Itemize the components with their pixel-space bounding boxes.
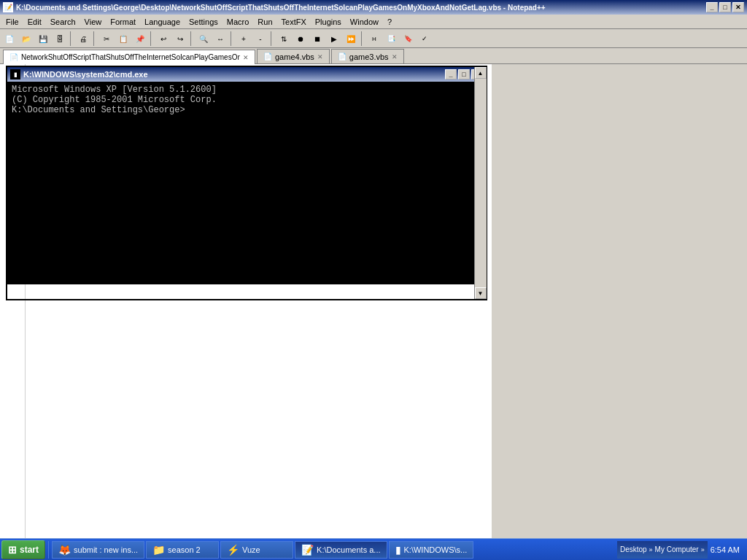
taskbar-firefox-label: submit : new ins... xyxy=(74,545,138,554)
toolbar-sep-5 xyxy=(231,31,233,46)
toolbar-sep-6 xyxy=(271,31,274,46)
toolbar-sep-1 xyxy=(70,31,73,46)
toolbar-sep-4 xyxy=(190,31,193,46)
tab-game4[interactable]: 📄 game4.vbs ✕ xyxy=(257,49,330,63)
toolbar-extra1[interactable]: 📑 xyxy=(383,31,399,47)
replace-button[interactable]: ↔ xyxy=(212,31,228,47)
macro-play-button[interactable]: ▶ xyxy=(326,31,342,47)
restore-button[interactable]: □ xyxy=(719,2,731,12)
editor-area: 1 2 set shellobj = CreateObject("WScript… xyxy=(0,64,747,538)
tab-icon-game4: 📄 xyxy=(263,52,272,61)
tab-close-game4[interactable]: ✕ xyxy=(317,53,323,61)
title-bar: 📝 K:\Documents and Settings\George\Deskt… xyxy=(0,0,747,15)
cmd-scroll-down-button[interactable]: ▼ xyxy=(475,287,487,299)
menu-view[interactable]: View xyxy=(80,16,107,28)
taskbar-vuze-button[interactable]: ⚡ Vuze xyxy=(220,541,293,559)
macro-record-button[interactable]: ⏺ xyxy=(293,31,309,47)
undo-button[interactable]: ↩ xyxy=(155,31,171,47)
taskbar-sep-1 xyxy=(48,541,49,559)
cmd-title-bar: ▮ K:\WINDOWS\system32\cmd.exe _ □ ✕ xyxy=(7,67,486,82)
cmd-scroll-up-button[interactable]: ▲ xyxy=(475,67,487,79)
menu-textfx[interactable]: TextFX xyxy=(277,16,311,28)
cmd-window[interactable]: ▮ K:\WINDOWS\system32\cmd.exe _ □ ✕ Micr… xyxy=(6,66,487,300)
taskbar-cmd-label: K:\WINDOWS\s... xyxy=(404,545,468,554)
taskbar-clock-area: Desktop » My Computer » 6:54 AM xyxy=(611,541,746,559)
tab-icon-game3: 📄 xyxy=(338,52,347,61)
sync-scroll-button[interactable]: ⇅ xyxy=(276,31,292,47)
menu-help[interactable]: ? xyxy=(383,16,396,28)
cmd-scrollbar: ▲ ▼ xyxy=(474,67,486,299)
chevron-right-icon: » xyxy=(649,546,653,553)
taskbar: ⊞ start 🦊 submit : new ins... 📁 season 2… xyxy=(0,538,747,560)
menu-format[interactable]: Format xyxy=(106,16,140,28)
menu-file[interactable]: File xyxy=(1,16,23,28)
cmd-minimize-button[interactable]: _ xyxy=(445,69,457,79)
tab-close-game3[interactable]: ✕ xyxy=(392,53,398,61)
desktop-label: Desktop xyxy=(620,545,647,553)
menu-settings[interactable]: Settings xyxy=(185,16,222,28)
vuze-icon: ⚡ xyxy=(227,544,239,556)
zoom-in-button[interactable]: + xyxy=(236,31,252,47)
redo-button[interactable]: ↪ xyxy=(172,31,188,47)
tab-label-game4: game4.vbs xyxy=(275,52,314,61)
cmd-icon: ▮ xyxy=(10,69,20,79)
menu-plugins[interactable]: Plugins xyxy=(311,16,346,28)
cmd-scroll-track[interactable] xyxy=(475,79,487,287)
toolbar-sep-3 xyxy=(150,31,153,46)
cmd-content[interactable]: Microsoft Windows XP [Version 5.1.2600] … xyxy=(7,82,486,284)
macro-stop-button[interactable]: ⏹ xyxy=(309,31,325,47)
menu-search[interactable]: Search xyxy=(46,16,80,28)
cmd-line-1: Microsoft Windows XP [Version 5.1.2600] xyxy=(12,85,481,95)
taskbar-season2-button[interactable]: 📁 season 2 xyxy=(146,541,219,559)
taskbar-firefox-button[interactable]: 🦊 submit : new ins... xyxy=(52,541,144,559)
firefox-icon: 🦊 xyxy=(58,544,71,556)
toolbar-extra2[interactable]: 🔖 xyxy=(400,31,416,47)
cmd-line-4: K:\Documents and Settings\George> xyxy=(12,105,481,115)
open-button[interactable]: 📂 xyxy=(18,31,34,47)
toolbar-sep-7 xyxy=(361,31,364,46)
menu-macro[interactable]: Macro xyxy=(222,16,254,28)
syntax-button[interactable]: H xyxy=(366,31,382,47)
cmd-restore-button[interactable]: □ xyxy=(458,69,470,79)
tab-main-file[interactable]: 📄 NetworkShutOffScriptThatShutsOffTheInt… xyxy=(3,50,255,64)
right-panel xyxy=(492,64,747,538)
title-bar-controls: _ □ ✕ xyxy=(706,2,744,12)
cmd-taskbar-icon: ▮ xyxy=(395,544,401,556)
tab-close-main[interactable]: ✕ xyxy=(243,54,249,61)
cmd-title-text: K:\WINDOWS\system32\cmd.exe xyxy=(23,70,148,79)
tab-icon-main: 📄 xyxy=(9,53,18,61)
menu-window[interactable]: Window xyxy=(346,16,383,28)
macro-run-many-button[interactable]: ⏩ xyxy=(343,31,359,47)
print-button[interactable]: 🖨 xyxy=(75,31,91,47)
app-icon: 📝 xyxy=(3,2,13,12)
new-button[interactable]: 📄 xyxy=(1,31,18,47)
cmd-title-left: ▮ K:\WINDOWS\system32\cmd.exe xyxy=(10,69,148,79)
title-bar-left: 📝 K:\Documents and Settings\George\Deskt… xyxy=(3,2,546,12)
tab-label-game3: game3.vbs xyxy=(349,52,389,61)
start-button[interactable]: ⊞ start xyxy=(1,540,45,559)
close-button[interactable]: ✕ xyxy=(732,2,744,12)
save-button[interactable]: 💾 xyxy=(35,31,51,47)
toolbar: 📄 📂 💾 🗄 🖨 ✂ 📋 📌 ↩ ↪ 🔍 ↔ + - ⇅ ⏺ ⏹ ▶ ⏩ H … xyxy=(0,29,747,48)
zoom-out-button[interactable]: - xyxy=(252,31,268,47)
tab-game3[interactable]: 📄 game3.vbs ✕ xyxy=(331,49,404,63)
system-clock[interactable]: 6:54 AM xyxy=(711,545,740,554)
menu-language[interactable]: Language xyxy=(140,16,185,28)
copy-button[interactable]: 📋 xyxy=(115,31,131,47)
save-all-button[interactable]: 🗄 xyxy=(52,31,68,47)
notepad-icon: 📝 xyxy=(301,544,314,556)
toolbar-extra3[interactable]: ✓ xyxy=(417,31,433,47)
find-button[interactable]: 🔍 xyxy=(196,31,212,47)
taskbar-notepad-label: K:\Documents a... xyxy=(317,545,380,554)
cut-button[interactable]: ✂ xyxy=(98,31,115,47)
taskbar-notepad-button[interactable]: 📝 K:\Documents a... xyxy=(295,541,387,559)
minimize-button[interactable]: _ xyxy=(706,2,718,12)
window-title: K:\Documents and Settings\George\Desktop… xyxy=(16,4,546,12)
paste-button[interactable]: 📌 xyxy=(132,31,148,47)
season2-icon: 📁 xyxy=(152,544,165,556)
toolbar-sep-2 xyxy=(93,31,96,46)
taskbar-cmd-button[interactable]: ▮ K:\WINDOWS\s... xyxy=(389,541,474,559)
menu-run[interactable]: Run xyxy=(253,16,276,28)
chevron-right-icon-2: » xyxy=(701,546,705,553)
menu-edit[interactable]: Edit xyxy=(23,16,46,28)
